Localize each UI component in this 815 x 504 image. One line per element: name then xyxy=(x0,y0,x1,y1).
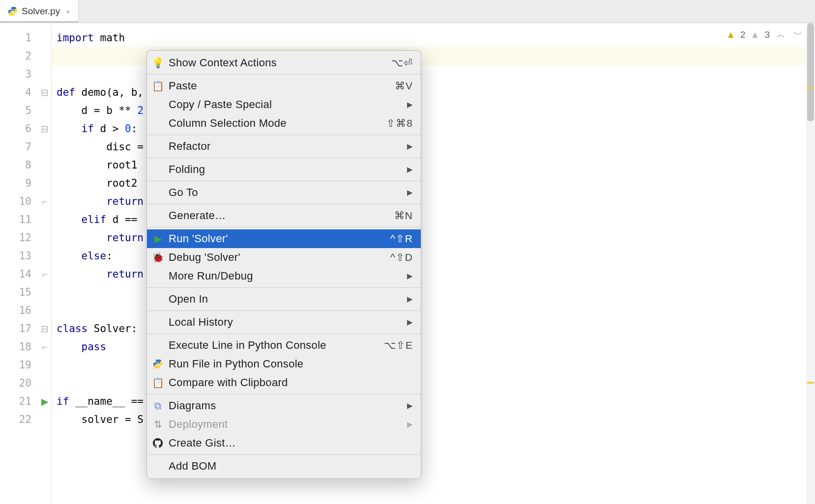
run-icon: ▶ xyxy=(152,233,164,245)
line-number[interactable]: 14 xyxy=(0,265,39,283)
run-gutter-icon[interactable]: ▶ xyxy=(39,392,50,411)
code-token: demo(a, b, xyxy=(75,86,144,98)
code-token: return xyxy=(106,196,144,207)
tab-filename: Solver.py xyxy=(22,6,60,17)
diagram-icon: ⧉ xyxy=(152,400,164,412)
line-number-gutter: 1 2 3 4 5 6 7 8 9 10 11 12 13 14 15 16 1… xyxy=(0,23,39,504)
line-number[interactable]: 2 xyxy=(0,47,39,65)
line-number[interactable]: 15 xyxy=(0,283,39,302)
code-token: if xyxy=(82,123,94,135)
marker[interactable] xyxy=(807,87,814,89)
menu-label: Create Gist… xyxy=(169,437,413,449)
weak-warning-icon: ▲ xyxy=(751,29,760,40)
menu-create-gist[interactable]: Create Gist… xyxy=(147,434,421,452)
code-token: import xyxy=(57,32,94,44)
menu-label: Copy / Paste Special xyxy=(169,98,402,111)
line-number[interactable]: 6 xyxy=(0,120,39,138)
line-number[interactable]: 4 xyxy=(0,84,39,102)
fold-end-icon[interactable]: ⌐ xyxy=(39,265,50,283)
menu-label: Folding xyxy=(169,163,402,176)
menu-run-solver[interactable]: ▶ Run 'Solver' ^⇧R xyxy=(147,229,421,248)
line-number[interactable]: 19 xyxy=(0,356,39,374)
menu-label: Show Context Actions xyxy=(169,56,386,69)
inspections-widget[interactable]: ▲ 2 ▲ 3 ︿ ﹀ xyxy=(726,29,804,40)
line-number[interactable]: 20 xyxy=(0,374,39,392)
menu-generate[interactable]: Generate… ⌘N xyxy=(147,206,421,225)
menu-paste[interactable]: 📋 Paste ⌘V xyxy=(147,77,421,95)
code-token: return xyxy=(106,268,144,280)
menu-compare-clipboard[interactable]: 📋 Compare with Clipboard xyxy=(147,373,421,392)
line-number[interactable]: 3 xyxy=(0,65,39,84)
line-number[interactable]: 22 xyxy=(0,411,39,429)
line-number[interactable]: 1 xyxy=(0,29,39,47)
line-number[interactable]: 8 xyxy=(0,156,39,174)
tab-bar: Solver.py × xyxy=(0,0,815,23)
file-tab[interactable]: Solver.py × xyxy=(0,0,79,23)
menu-label: Debug 'Solver' xyxy=(169,251,385,264)
code-token: root2 xyxy=(57,177,137,189)
menu-show-context-actions[interactable]: 💡 Show Context Actions ⌥⏎ xyxy=(147,54,421,72)
line-number[interactable]: 5 xyxy=(0,102,39,120)
prev-highlight-icon[interactable]: ︿ xyxy=(775,29,787,40)
scrollbar[interactable] xyxy=(806,23,815,504)
scroll-thumb[interactable] xyxy=(807,23,814,121)
menu-column-selection[interactable]: Column Selection Mode ⇧⌘8 xyxy=(147,114,421,133)
menu-open-in[interactable]: Open In ▶ xyxy=(147,290,421,308)
menu-separator xyxy=(147,204,421,204)
close-tab-icon[interactable]: × xyxy=(64,7,72,16)
code-token: def xyxy=(57,86,75,98)
menu-shortcut: ⌘N xyxy=(394,210,413,222)
code-token: math xyxy=(94,32,125,44)
code-token: : xyxy=(106,250,113,262)
menu-diagrams[interactable]: ⧉ Diagrams ▶ xyxy=(147,396,421,415)
menu-run-file-console[interactable]: Run File in Python Console xyxy=(147,355,421,373)
fold-icon[interactable]: ⊟ xyxy=(39,120,50,138)
code-token: d = b ** xyxy=(57,105,137,116)
line-number[interactable]: 13 xyxy=(0,247,39,265)
menu-folding[interactable]: Folding ▶ xyxy=(147,160,421,179)
menu-local-history[interactable]: Local History ▶ xyxy=(147,313,421,332)
code-token: return xyxy=(106,232,144,244)
fold-end-icon[interactable]: ⌐ xyxy=(39,338,50,356)
line-number[interactable]: 7 xyxy=(0,138,39,156)
menu-more-run-debug[interactable]: More Run/Debug ▶ xyxy=(147,267,421,285)
menu-label: Local History xyxy=(169,316,402,329)
next-highlight-icon[interactable]: ﹀ xyxy=(792,29,804,40)
fold-icon[interactable]: ⊟ xyxy=(39,84,50,102)
python-file-icon xyxy=(8,6,18,16)
line-number[interactable]: 9 xyxy=(0,174,39,193)
menu-label: Execute Line in Python Console xyxy=(169,339,379,352)
fold-icon[interactable]: ⊟ xyxy=(39,320,50,338)
line-number[interactable]: 18 xyxy=(0,338,39,356)
submenu-arrow-icon: ▶ xyxy=(407,188,413,197)
menu-label: Compare with Clipboard xyxy=(169,376,413,389)
marker[interactable] xyxy=(807,382,814,384)
menu-debug-solver[interactable]: 🐞 Debug 'Solver' ^⇧D xyxy=(147,248,421,267)
menu-refactor[interactable]: Refactor ▶ xyxy=(147,137,421,156)
menu-execute-line-console[interactable]: Execute Line in Python Console ⌥⇧E xyxy=(147,336,421,355)
line-number[interactable]: 12 xyxy=(0,229,39,247)
line-number[interactable]: 17 xyxy=(0,320,39,338)
warning-icon: ▲ xyxy=(726,29,735,40)
menu-shortcut: ^⇧D xyxy=(390,252,413,263)
menu-copy-paste-special[interactable]: Copy / Paste Special ▶ xyxy=(147,95,421,114)
submenu-arrow-icon: ▶ xyxy=(407,100,413,109)
menu-label: Generate… xyxy=(169,209,389,222)
menu-goto[interactable]: Go To ▶ xyxy=(147,183,421,202)
gutter-icons: ⊟ ⊟ ⌐ ⌐ ⊟ ⌐ ▶ xyxy=(39,23,50,504)
code-token: if xyxy=(57,395,69,407)
menu-shortcut: ⌥⏎ xyxy=(391,57,413,69)
menu-label: Column Selection Mode xyxy=(169,117,381,130)
line-number[interactable]: 10 xyxy=(0,193,39,211)
submenu-arrow-icon: ▶ xyxy=(407,295,413,304)
menu-shortcut: ⇧⌘8 xyxy=(386,117,413,129)
bug-icon: 🐞 xyxy=(152,252,164,263)
menu-add-bom[interactable]: Add BOM xyxy=(147,457,421,476)
fold-end-icon[interactable]: ⌐ xyxy=(39,193,50,211)
compare-clipboard-icon: 📋 xyxy=(152,377,164,389)
line-number[interactable]: 16 xyxy=(0,302,39,320)
menu-separator xyxy=(147,227,421,227)
deployment-icon: ⇅ xyxy=(152,419,164,430)
line-number[interactable]: 11 xyxy=(0,211,39,229)
line-number[interactable]: 21 xyxy=(0,392,39,411)
